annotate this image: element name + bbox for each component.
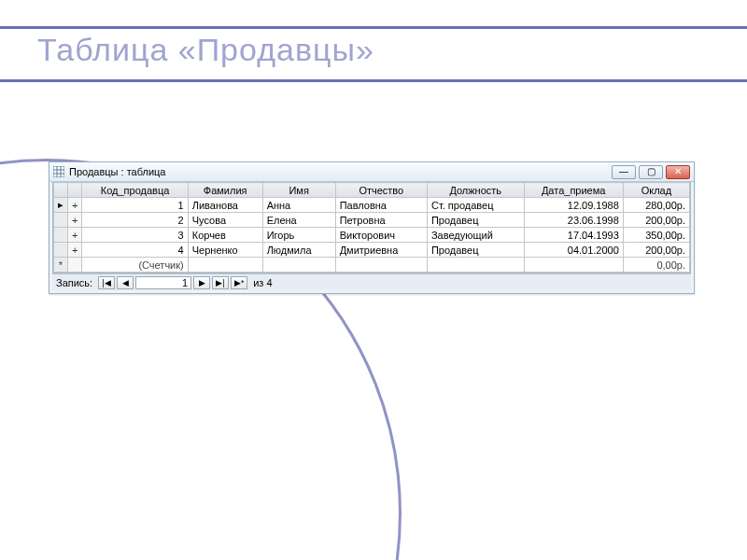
cell-id[interactable]: 1: [82, 198, 188, 213]
cell-sal[interactable]: 200,00р.: [623, 213, 689, 228]
title-rule-top: [0, 26, 747, 29]
record-navigator: Запись: |◀ ◀ ▶ ▶| ▶* из 4: [52, 273, 691, 290]
col-dolzhnost[interactable]: Должность: [427, 183, 524, 198]
cell-sal[interactable]: 200,00р.: [623, 243, 689, 258]
autonumber-placeholder[interactable]: (Счетчик): [82, 258, 188, 273]
window-title: Продавцы : таблица: [69, 166, 612, 177]
record-count: из 4: [253, 277, 272, 288]
maximize-button[interactable]: ▢: [639, 165, 663, 179]
cell-empty[interactable]: [427, 258, 524, 273]
cell-sal[interactable]: 0,00р.: [623, 258, 689, 273]
close-button[interactable]: ✕: [666, 165, 690, 179]
header-selector[interactable]: [54, 183, 68, 198]
datasheet-window: Продавцы : таблица — ▢ ✕ Код_продавца Фа…: [49, 161, 695, 294]
table-icon: [53, 166, 64, 177]
cell-pos[interactable]: Ст. продавец: [427, 198, 524, 213]
col-otchestvo[interactable]: Отчество: [335, 183, 427, 198]
table-row[interactable]: + 2 Чусова Елена Петровна Продавец 23.06…: [54, 213, 690, 228]
cell-fam[interactable]: Ливанова: [188, 198, 262, 213]
cell-id[interactable]: 2: [82, 213, 188, 228]
cell-empty[interactable]: [524, 258, 623, 273]
cell-date[interactable]: 23.06.1998: [524, 213, 623, 228]
col-oklad[interactable]: Оклад: [623, 183, 689, 198]
table-row[interactable]: + 4 Черненко Людмила Дмитриевна Продавец…: [54, 243, 690, 258]
cell-sal[interactable]: 280,00р.: [623, 198, 689, 213]
slide-title: Таблица «Продавцы»: [37, 32, 374, 68]
datasheet-grid: Код_продавца Фамилия Имя Отчество Должно…: [52, 182, 691, 273]
first-record-button[interactable]: |◀: [98, 276, 115, 289]
cell-patr[interactable]: Петровна: [335, 213, 427, 228]
minimize-button[interactable]: —: [612, 165, 636, 179]
col-familia[interactable]: Фамилия: [188, 183, 262, 198]
cell-patr[interactable]: Павловна: [335, 198, 427, 213]
cell-fam[interactable]: Чусова: [188, 213, 262, 228]
row-selector[interactable]: ▸: [54, 198, 68, 213]
window-buttons: — ▢ ✕: [612, 165, 690, 179]
cell-empty[interactable]: [262, 258, 335, 273]
header-row: Код_продавца Фамилия Имя Отчество Должно…: [54, 183, 690, 198]
table-row[interactable]: + 3 Корчев Игорь Викторович Заведующий 1…: [54, 228, 690, 243]
cell-fam[interactable]: Корчев: [188, 228, 262, 243]
row-selector[interactable]: [54, 213, 68, 228]
col-data-priema[interactable]: Дата_приема: [524, 183, 623, 198]
cell-name[interactable]: Елена: [262, 213, 335, 228]
table-row[interactable]: ▸ + 1 Ливанова Анна Павловна Ст. продаве…: [54, 198, 690, 213]
new-row-marker[interactable]: *: [54, 258, 68, 273]
row-selector[interactable]: [54, 243, 68, 258]
cell-empty[interactable]: [188, 258, 262, 273]
expand-icon[interactable]: +: [68, 213, 82, 228]
svg-rect-0: [53, 166, 64, 177]
title-rule-bottom: [0, 79, 747, 82]
new-record-button[interactable]: ▶*: [231, 276, 247, 289]
cell-patr[interactable]: Викторович: [335, 228, 427, 243]
new-record-row[interactable]: * (Счетчик) 0,00р.: [54, 258, 690, 273]
next-record-button[interactable]: ▶: [193, 276, 210, 289]
prev-record-button[interactable]: ◀: [117, 276, 134, 289]
header-expand[interactable]: [68, 183, 82, 198]
cell-name[interactable]: Людмила: [262, 243, 335, 258]
cell-pos[interactable]: Заведующий: [427, 228, 524, 243]
window-titlebar[interactable]: Продавцы : таблица — ▢ ✕: [49, 162, 694, 182]
cell-id[interactable]: 4: [82, 243, 188, 258]
cell-pos[interactable]: Продавец: [427, 213, 524, 228]
row-selector[interactable]: [54, 228, 68, 243]
cell-date[interactable]: 12.09.1988: [524, 198, 623, 213]
col-imya[interactable]: Имя: [262, 183, 335, 198]
col-kod[interactable]: Код_продавца: [82, 183, 188, 198]
expand-icon[interactable]: +: [68, 228, 82, 243]
cell-patr[interactable]: Дмитриевна: [335, 243, 427, 258]
expand-icon[interactable]: [68, 258, 82, 273]
cell-name[interactable]: Анна: [262, 198, 335, 213]
cell-date[interactable]: 04.01.2000: [524, 243, 623, 258]
cell-date[interactable]: 17.04.1993: [524, 228, 623, 243]
cell-id[interactable]: 3: [82, 228, 188, 243]
cell-sal[interactable]: 350,00р.: [623, 228, 689, 243]
slide-title-bar: Таблица «Продавцы»: [0, 26, 747, 82]
expand-icon[interactable]: +: [68, 198, 82, 213]
expand-icon[interactable]: +: [68, 243, 82, 258]
cell-pos[interactable]: Продавец: [427, 243, 524, 258]
cell-name[interactable]: Игорь: [262, 228, 335, 243]
cell-fam[interactable]: Черненко: [188, 243, 262, 258]
recnav-label: Запись:: [56, 277, 92, 288]
last-record-button[interactable]: ▶|: [212, 276, 229, 289]
current-record-input[interactable]: [135, 276, 191, 289]
cell-empty[interactable]: [335, 258, 427, 273]
